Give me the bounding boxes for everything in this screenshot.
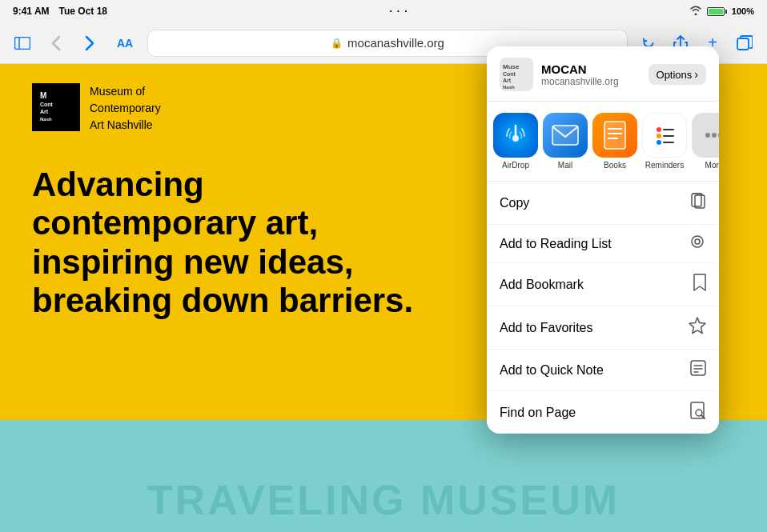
share-site-url: mocanashville.org [541,76,641,87]
wifi-icon [689,6,702,18]
share-app-mail[interactable]: Mail [543,113,588,170]
bookmark-label: Add Bookmark [500,278,584,292]
copy-action[interactable]: Copy [487,182,719,225]
svg-text:Cont: Cont [503,71,516,77]
museum-name: Museum of Contemporary Art Nashville [90,83,161,134]
bookmark-action[interactable]: Add Bookmark [487,263,719,306]
copy-label: Copy [500,196,529,210]
svg-point-27 [712,133,717,138]
svg-point-31 [692,236,703,247]
share-app-books[interactable]: Books [592,113,637,170]
svg-point-32 [695,239,700,244]
svg-rect-15 [604,122,625,149]
quick-note-label: Add to Quick Note [500,363,604,378]
battery-percent: 100% [732,6,754,16]
svg-rect-0 [15,37,30,49]
svg-text:Nash: Nash [503,85,515,90]
svg-point-24 [657,140,661,145]
share-sheet-header: Muse Cont Art Nash MOCAN mocanashville.o… [487,46,719,102]
quick-note-action[interactable]: Add to Quick Note [487,350,719,391]
forward-button[interactable] [77,30,102,56]
date: Tue Oct 18 [59,6,107,17]
svg-text:Art: Art [40,109,49,114]
svg-text:Nash: Nash [40,117,52,122]
favorites-icon [689,317,706,338]
favorites-action[interactable]: Add to Favorites [487,306,719,350]
status-bar-left: 9:41 AM Tue Oct 18 [13,6,107,17]
options-button[interactable]: Options › [649,64,706,85]
svg-point-28 [718,133,719,138]
svg-rect-2 [737,38,749,50]
mail-label: Mail [558,161,572,170]
svg-point-26 [705,133,710,138]
favorites-label: Add to Favorites [500,321,593,335]
status-bar: 9:41 AM Tue Oct 18 · · · 100% [0,0,767,22]
tabs-button[interactable] [732,30,757,56]
sidebar-toggle-button[interactable] [10,30,35,56]
svg-text:Cont: Cont [40,102,54,107]
lock-icon: 🔒 [331,38,343,49]
share-actions-list: Copy Add to Reading List Add Bookmark [487,182,719,434]
address-url: mocanashville.org [347,36,444,50]
museum-logo: M Cont Art Nash [32,83,80,131]
museum-logo-text: M Cont Art Nash [34,84,78,130]
svg-text:Art: Art [503,78,512,83]
share-sheet: Muse Cont Art Nash MOCAN mocanashville.o… [487,46,719,434]
find-on-page-label: Find on Page [500,406,576,420]
dot2: · [397,6,400,17]
svg-text:Muse: Muse [503,63,520,70]
battery [707,7,727,16]
status-bar-right: 100% [689,6,754,18]
reading-list-label: Add to Reading List [500,237,612,251]
back-button[interactable] [43,30,69,56]
traveling-text: TRAVELING MUSEUM [147,476,620,524]
more-icon [692,113,719,158]
reminders-label: Reminders [645,161,684,170]
bookmark-icon [693,274,706,295]
time: 9:41 AM [13,6,50,17]
reader-mode-button[interactable]: AA [110,30,139,56]
svg-text:M: M [40,91,46,100]
share-app-reminders[interactable]: Reminders [642,113,687,170]
find-on-page-icon [690,402,706,423]
dot1: · [389,6,392,17]
svg-rect-33 [691,361,705,375]
reading-list-action[interactable]: Add to Reading List [487,225,719,263]
books-icon [592,113,637,158]
share-app-airdrop[interactable]: AirDrop [493,113,538,170]
airdrop-icon [493,113,538,158]
find-on-page-action[interactable]: Find on Page [487,391,719,434]
dot3: · [404,6,407,17]
mail-icon [543,113,588,158]
reading-list-icon [689,235,706,252]
quick-note-icon [690,360,706,380]
share-app-more[interactable]: More [692,113,719,170]
books-label: Books [604,161,626,170]
svg-point-20 [657,127,661,132]
share-site-info: MOCAN mocanashville.org [541,62,641,87]
website-tagline: Advancing contemporary art, inspiring ne… [0,150,448,336]
share-site-name: MOCAN [541,62,641,76]
website-bottom: TRAVELING MUSEUM [0,420,767,532]
svg-point-22 [657,134,661,138]
copy-icon [690,192,706,214]
share-favicon: Muse Cont Art Nash [500,58,533,91]
share-apps-row: AirDrop Mail Boo [487,102,719,182]
airdrop-label: AirDrop [502,161,529,170]
more-label: More [705,161,719,170]
reminders-icon [642,113,687,158]
svg-rect-13 [552,126,578,145]
status-bar-center: · · · [389,6,407,17]
